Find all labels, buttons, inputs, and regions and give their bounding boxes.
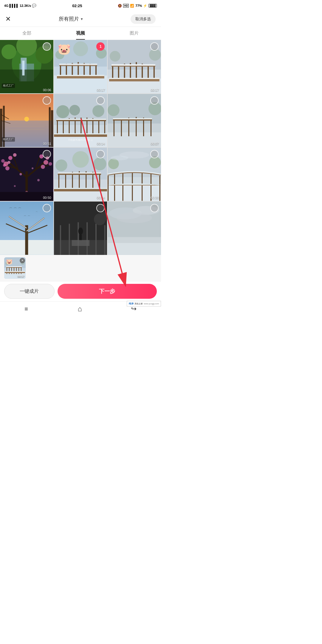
select-circle-12[interactable]: [150, 204, 159, 212]
duration-2: 00:17: [97, 88, 105, 92]
wechat-icon: 💬: [32, 4, 36, 8]
tab-video[interactable]: 视频: [54, 27, 107, 40]
chevron-down-icon: ▾: [81, 17, 83, 21]
svg-point-59: [92, 105, 104, 117]
svg-rect-165: [72, 240, 89, 246]
svg-point-98: [5, 166, 10, 171]
battery-icon: ▓▓▓: [148, 4, 157, 7]
select-circle-3[interactable]: [150, 42, 159, 51]
grid-item-4[interactable]: 格式工厂 00:51: [0, 94, 53, 147]
grid-item-3[interactable]: 00:17: [108, 40, 161, 93]
svg-point-107: [32, 168, 33, 169]
svg-point-103: [41, 165, 45, 169]
grid-item-10[interactable]: ⌒ ⌒ ⌒ ⌒ ⌒ ⌒: [0, 202, 53, 255]
svg-point-58: [69, 105, 80, 115]
select-circle-7[interactable]: [43, 150, 51, 158]
svg-point-97: [1, 159, 5, 163]
select-circle-5[interactable]: [96, 96, 105, 105]
status-time: 02:25: [72, 4, 82, 8]
svg-rect-70: [56, 119, 106, 120]
grid-item-2[interactable]: 🐷 1 00:17: [54, 40, 107, 93]
svg-point-25: [73, 41, 88, 56]
grid-item-11[interactable]: [54, 202, 107, 255]
close-button[interactable]: ✕: [5, 15, 11, 23]
svg-rect-158: [69, 224, 70, 255]
svg-rect-170: [108, 243, 161, 255]
duration-7: 00:50: [43, 196, 51, 199]
grid-item-6[interactable]: 00:07: [108, 94, 161, 147]
svg-text:⌒ ⌒: ⌒ ⌒: [24, 215, 30, 219]
preview-remove-button[interactable]: ✕: [20, 258, 25, 263]
svg-rect-134: [123, 173, 123, 201]
svg-rect-164: [79, 235, 82, 241]
svg-point-5: [1, 44, 16, 59]
preview-thumb-1: 🐷 ✕ 00:17: [4, 257, 26, 279]
svg-rect-85: [113, 118, 152, 119]
home-icon[interactable]: ⌂: [78, 305, 82, 313]
grid-item-8[interactable]: 00:14: [54, 148, 107, 201]
grid-item-9[interactable]: 00:30: [108, 148, 161, 201]
svg-rect-138: [160, 176, 160, 201]
duration-9: 00:30: [151, 196, 159, 199]
svg-point-115: [55, 160, 67, 171]
menu-icon[interactable]: ≡: [24, 306, 29, 312]
tab-bar: 全部 视频 图片: [0, 27, 161, 40]
status-right: 🔕 HD 📶 77% ⚡ ▓▓▓: [118, 4, 157, 8]
header-title[interactable]: 所有照片 ▾: [59, 16, 83, 22]
svg-rect-126: [58, 173, 101, 174]
bell-mute-icon: 🔕: [118, 4, 122, 8]
grid-item-1[interactable]: 格式工厂 00:06: [0, 40, 53, 93]
svg-rect-38: [112, 64, 155, 66]
svg-rect-83: [151, 118, 151, 136]
svg-point-117: [72, 151, 89, 168]
status-bar: 4G ▌▌▌▌ 12.3K/s 💬 02:25 🔕 HD 📶 77% ⚡ ▓▓▓: [0, 0, 161, 11]
auto-create-button[interactable]: 一键成片: [4, 284, 55, 299]
svg-rect-48: [51, 110, 53, 147]
select-circle-10[interactable]: [43, 204, 51, 212]
svg-rect-187: [6, 266, 22, 267]
sub-watermark-5: 手机摄鸿-畅何冰摄影·上: [68, 138, 93, 142]
header: ✕ 所有照片 ▾ 取消多选: [0, 11, 161, 27]
duration-5: 00:14: [97, 142, 105, 145]
svg-rect-128: [54, 188, 107, 189]
svg-rect-159: [78, 222, 79, 255]
data-speed: 12.3K/s: [20, 4, 31, 7]
duration-4: 00:51: [43, 142, 51, 145]
svg-rect-40: [109, 78, 160, 79]
svg-point-116: [93, 157, 106, 171]
battery-percent: 77%: [135, 4, 142, 7]
svg-point-163: [78, 227, 83, 235]
svg-rect-160: [86, 222, 88, 255]
svg-rect-135: [132, 172, 133, 201]
svg-rect-79: [121, 118, 122, 136]
select-circle-1[interactable]: [43, 42, 51, 51]
svg-point-51: [24, 117, 29, 121]
selected-preview-bar: 🐷 ✕ 00:17: [0, 255, 161, 281]
tab-photo[interactable]: 图片: [107, 27, 161, 40]
svg-rect-8: [22, 61, 24, 75]
grid-item-12[interactable]: [108, 202, 161, 255]
svg-rect-72: [54, 133, 107, 134]
svg-point-99: [44, 160, 48, 165]
watermark-4: 格式工厂: [2, 137, 15, 142]
wifi-icon: 📶: [130, 4, 134, 8]
svg-point-142: [111, 156, 129, 160]
status-left: 4G ▌▌▌▌ 12.3K/s 💬: [4, 4, 36, 8]
svg-point-76: [108, 104, 120, 116]
tab-all[interactable]: 全部: [0, 27, 54, 40]
svg-point-108: [37, 179, 40, 182]
select-circle-6[interactable]: [150, 96, 159, 105]
signal-bars: ▌▌▌▌: [10, 4, 19, 7]
cancel-multi-select-button[interactable]: 取消多选: [131, 14, 156, 24]
duration-1: 00:06: [43, 88, 51, 92]
svg-rect-132: [108, 176, 109, 201]
svg-point-173: [117, 213, 152, 223]
svg-rect-47: [49, 107, 51, 147]
svg-rect-133: [114, 174, 115, 201]
select-circle-4[interactable]: [43, 96, 51, 105]
network-type: 4G: [4, 4, 9, 7]
grid-item-5[interactable]: 手机摄鸿-畅何冰摄影·上 00:14: [54, 94, 107, 147]
preview-duration: 00:17: [18, 275, 24, 278]
grid-item-7[interactable]: 00:50: [0, 148, 53, 201]
next-button[interactable]: 下一步: [58, 284, 157, 299]
